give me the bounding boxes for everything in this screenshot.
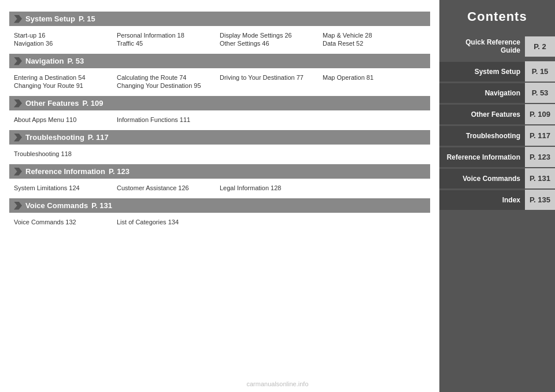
content-cell: Navigation 36	[14, 40, 117, 47]
content-cell: Troubleshooting 118	[14, 150, 117, 157]
content-cell: Voice Commands 132	[14, 219, 117, 225]
section-page: P. 117	[88, 133, 109, 142]
section-header-troubleshooting: Troubleshooting P. 117	[9, 130, 430, 145]
sidebar-item-label: System Setup	[439, 62, 525, 82]
content-cell: Traffic 45	[117, 40, 220, 47]
sidebar-item-label: Navigation	[439, 83, 525, 103]
section-title: Voice Commands	[25, 201, 88, 210]
sidebar-item-label: Other Features	[439, 105, 525, 124]
content-cell	[220, 150, 323, 157]
sidebar-item-page: P. 2	[525, 36, 555, 57]
content-row: Navigation 36Traffic 45Other Settings 46…	[14, 40, 426, 47]
section-title: Other Features	[25, 99, 79, 108]
content-cell	[220, 82, 323, 89]
sidebar: Contents Quick Reference GuideP. 2System…	[439, 0, 555, 392]
content-area: System Setup P. 15Start-up 16Personal In…	[0, 0, 439, 392]
section-header-reference-information: Reference Information P. 123	[9, 164, 430, 179]
sidebar-item-quick-reference-guide[interactable]: Quick Reference GuideP. 2	[439, 32, 555, 60]
content-row: Troubleshooting 118	[14, 150, 426, 157]
content-cell: Entering a Destination 54	[14, 74, 117, 81]
section-content-troubleshooting: Troubleshooting 118	[9, 148, 430, 164]
sidebar-item-system-setup[interactable]: System SetupP. 15	[439, 61, 555, 82]
section-page: P. 123	[109, 167, 130, 176]
sidebar-item-other-features[interactable]: Other FeaturesP. 109	[439, 104, 555, 124]
section-content-system-setup: Start-up 16Personal Information 18Displa…	[9, 29, 430, 54]
content-cell: Driving to Your Destination 77	[220, 74, 323, 81]
sidebar-item-troubleshooting[interactable]: TroubleshootingP. 117	[439, 125, 555, 146]
content-row: Voice Commands 132List of Categories 134	[14, 219, 426, 225]
sidebar-item-page: P. 117	[525, 125, 555, 146]
content-row: Entering a Destination 54Calculating the…	[14, 74, 426, 81]
content-cell: Calculating the Route 74	[117, 74, 220, 81]
section-content-navigation: Entering a Destination 54Calculating the…	[9, 72, 430, 96]
arrow-icon	[14, 99, 22, 108]
content-cell: Changing Your Route 91	[14, 82, 117, 89]
content-cell: System Limitations 124	[14, 184, 117, 191]
content-cell	[323, 184, 426, 191]
content-cell	[323, 219, 426, 225]
content-cell: Map & Vehicle 28	[323, 32, 426, 39]
content-row: About Apps Menu 110Information Functions…	[14, 116, 426, 123]
sidebar-item-page: P. 15	[525, 61, 555, 82]
content-cell: Legal Information 128	[220, 184, 323, 191]
content-row: Start-up 16Personal Information 18Displa…	[14, 32, 426, 39]
arrow-icon	[14, 15, 22, 23]
sidebar-item-label: Reference Information	[439, 147, 525, 167]
sidebar-item-page: P. 135	[525, 190, 555, 210]
content-cell	[220, 219, 323, 225]
sidebar-item-label: Quick Reference Guide	[439, 32, 525, 60]
content-cell: Map Operation 81	[323, 74, 426, 81]
content-cell	[323, 82, 426, 89]
section-title: Troubleshooting	[25, 133, 84, 142]
content-cell: Display Mode Settings 26	[220, 32, 323, 39]
section-content-other-features: About Apps Menu 110Information Functions…	[9, 114, 430, 130]
sidebar-item-voice-commands[interactable]: Voice CommandsP. 131	[439, 168, 555, 188]
section-header-other-features: Other Features P. 109	[9, 96, 430, 110]
content-cell: List of Categories 134	[117, 219, 220, 225]
content-cell: Other Settings 46	[220, 40, 323, 47]
content-cell: Personal Information 18	[117, 32, 220, 39]
content-row: System Limitations 124Customer Assistanc…	[14, 184, 426, 191]
section-content-voice-commands: Voice Commands 132List of Categories 134	[9, 216, 430, 232]
content-cell: Changing Your Destination 95	[117, 82, 220, 89]
sidebar-item-index[interactable]: IndexP. 135	[439, 190, 555, 210]
sidebar-item-page: P. 123	[525, 147, 555, 167]
section-title: Reference Information	[25, 167, 105, 176]
content-cell: Start-up 16	[14, 32, 117, 39]
sidebar-item-label: Index	[439, 190, 525, 210]
sidebar-item-label: Troubleshooting	[439, 126, 525, 146]
content-cell	[220, 116, 323, 123]
content-cell: Information Functions 111	[117, 116, 220, 123]
section-page: P. 131	[91, 201, 112, 210]
section-page: P. 15	[79, 14, 95, 23]
content-cell: Data Reset 52	[323, 40, 426, 47]
content-cell: Customer Assistance 126	[117, 184, 220, 191]
sidebar-item-page: P. 131	[525, 168, 555, 188]
arrow-icon	[14, 134, 22, 142]
section-page: P. 53	[67, 57, 84, 65]
arrow-icon	[14, 57, 22, 65]
sidebar-title: Contents	[439, 0, 555, 32]
content-row: Changing Your Route 91Changing Your Dest…	[14, 82, 426, 89]
sidebar-item-page: P. 53	[525, 83, 555, 103]
section-title: System Setup	[25, 14, 75, 23]
section-header-system-setup: System Setup P. 15	[9, 12, 430, 26]
content-cell: About Apps Menu 110	[14, 116, 117, 123]
section-page: P. 109	[82, 99, 103, 108]
arrow-icon	[14, 202, 22, 210]
content-cell	[323, 116, 426, 123]
sidebar-item-navigation[interactable]: NavigationP. 53	[439, 83, 555, 103]
sidebar-item-page: P. 109	[525, 104, 555, 124]
section-content-reference-information: System Limitations 124Customer Assistanc…	[9, 182, 430, 198]
sidebar-item-reference-information[interactable]: Reference InformationP. 123	[439, 147, 555, 167]
section-header-navigation: Navigation P. 53	[9, 54, 430, 68]
section-header-voice-commands: Voice Commands P. 131	[9, 198, 430, 213]
arrow-icon	[14, 168, 22, 176]
sidebar-item-label: Voice Commands	[439, 169, 525, 188]
content-cell	[117, 150, 220, 157]
section-title: Navigation	[25, 57, 64, 65]
content-cell	[323, 150, 426, 157]
